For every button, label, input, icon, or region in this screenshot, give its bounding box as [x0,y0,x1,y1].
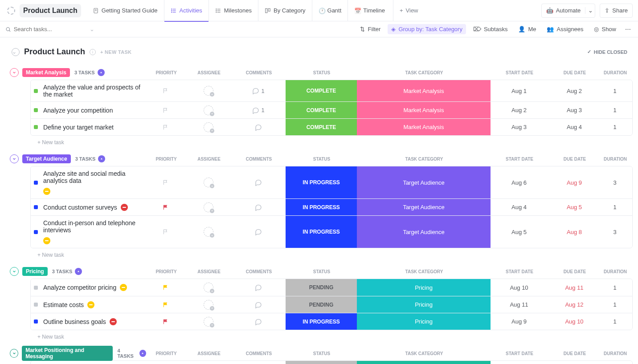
duration-cell[interactable]: 1 [601,102,632,118]
task-row[interactable]: Analyze competitor pricing PENDING Prici… [31,279,632,296]
col-start-date[interactable]: START DATE [491,157,548,162]
status-cell[interactable]: IN PROGRESS [286,216,357,248]
start-date-cell[interactable]: Aug 3 [491,119,548,135]
group-toggle[interactable] [10,349,18,358]
col-comments[interactable]: COMMENTS [232,269,286,274]
group-pill[interactable]: Target Audience [22,154,71,163]
due-date-cell[interactable]: Aug 3 [548,102,601,118]
task-name[interactable]: Outline business goals [41,315,146,329]
info-icon[interactable]: i [90,49,96,55]
priority-cell[interactable] [146,361,186,364]
status-marker[interactable] [31,181,41,185]
duration-cell[interactable]: 3 [601,216,632,248]
tab-by-category[interactable]: By Category [258,0,312,21]
group-pill[interactable]: Market Analysis [22,68,70,77]
add-assignee-icon[interactable] [204,122,213,132]
task-row[interactable]: Estimate costs PENDING Pricing Aug 11 Au… [31,296,632,313]
category-cell[interactable]: Target Audience [357,199,491,215]
status-cell[interactable]: IN PROGRESS [286,313,357,330]
col-due-date[interactable]: DUE DATE [548,269,601,274]
automate-button[interactable]: 🤖 Automate ⌄ [541,4,596,18]
chevron-down-icon[interactable]: ⌄ [90,26,94,32]
chevron-down-icon[interactable]: ⌄ [585,7,593,14]
col-duration[interactable]: DURATION [601,269,633,274]
new-task-header-button[interactable]: + NEW TASK [100,49,131,55]
duration-cell[interactable]: 3 [601,166,632,198]
task-row[interactable]: Complete the messaging framework PENDING… [31,361,632,364]
assignee-cell[interactable] [186,361,231,364]
task-name[interactable]: Analyze your competition [41,103,146,117]
add-assignee-icon[interactable] [204,202,213,212]
status-cell[interactable]: COMPLETE [286,80,357,101]
tab-activities[interactable]: Activities [164,0,209,21]
due-date-cell[interactable]: Aug 2 [548,80,601,101]
col-category[interactable]: TASK CATEGORY [357,351,491,356]
task-name[interactable]: Conduct in-person and telephone intervie… [41,216,146,248]
category-cell[interactable]: Pricing [357,296,491,313]
add-assignee-icon[interactable] [204,283,213,292]
category-cell[interactable]: Market Analysis [357,80,491,101]
assignee-cell[interactable] [186,166,231,198]
hide-closed-button[interactable]: ✓ HIDE CLOSED [587,49,627,55]
col-priority[interactable]: PRIORITY [146,351,186,356]
due-date-cell[interactable]: Aug 8 [548,216,601,248]
add-assignee-icon[interactable] [204,86,213,96]
col-due-date[interactable]: DUE DATE [548,157,601,162]
group-toggle[interactable] [10,154,19,163]
assignee-cell[interactable] [186,216,231,248]
col-start-date[interactable]: START DATE [491,70,548,75]
category-cell[interactable]: Market Analysis [357,119,491,135]
col-category[interactable]: TASK CATEGORY [357,269,491,274]
status-marker[interactable] [31,89,41,93]
category-cell[interactable]: Pricing [357,313,491,330]
due-date-cell[interactable]: Aug 11 [548,279,601,296]
status-marker[interactable] [31,230,41,234]
col-assignee[interactable]: ASSIGNEE [186,70,232,75]
comments-cell[interactable] [231,119,286,135]
me-button[interactable]: 👤Me [515,24,540,34]
due-date-cell[interactable]: Aug 5 [548,199,601,215]
duration-cell[interactable]: 1 [601,361,632,364]
start-date-cell[interactable]: Aug 1 [491,80,548,101]
due-date-cell[interactable]: Aug 10 [548,313,601,330]
task-name[interactable]: Conduct customer surveys [41,200,146,214]
col-priority[interactable]: PRIORITY [146,70,186,75]
due-date-cell[interactable]: Aug 17 [548,361,601,364]
add-assignee-icon[interactable] [204,105,213,115]
col-comments[interactable]: COMMENTS [232,157,286,162]
task-name[interactable]: Analyze site and social media analytics … [41,166,146,198]
comments-cell[interactable] [231,166,286,198]
sort-icon[interactable] [98,155,105,162]
comments-cell[interactable] [231,216,286,248]
category-cell[interactable]: Market Analysis [357,102,491,118]
sort-icon[interactable] [139,350,146,357]
category-cell[interactable]: Market Positioning and Messaging [357,361,491,364]
category-cell[interactable]: Target Audience [357,216,491,248]
add-task-button[interactable]: + New task [5,136,633,146]
tab-milestones[interactable]: Milestones [209,0,258,21]
start-date-cell[interactable]: Aug 10 [491,279,548,296]
col-start-date[interactable]: START DATE [491,269,548,274]
group-pill[interactable]: Pricing [22,267,48,276]
start-date-cell[interactable]: Aug 11 [491,296,548,313]
task-name[interactable]: Define your target market [41,120,146,134]
start-date-cell[interactable]: Aug 6 [491,166,548,198]
comments-cell[interactable] [231,296,286,313]
status-cell[interactable]: IN PROGRESS [286,166,357,198]
comments-cell[interactable]: 1 [231,102,286,118]
add-view-button[interactable]: + View [393,0,425,21]
group-toggle[interactable] [10,267,19,276]
duration-cell[interactable]: 1 [601,296,632,313]
col-priority[interactable]: PRIORITY [146,269,186,274]
tab-getting-started-guide[interactable]: Getting Started Guide [86,0,164,21]
col-assignee[interactable]: ASSIGNEE [186,269,232,274]
col-category[interactable]: TASK CATEGORY [357,157,491,162]
start-date-cell[interactable]: Aug 4 [491,199,548,215]
col-comments[interactable]: COMMENTS [232,351,286,356]
group-by-button[interactable]: ◈Group by: Task Category [388,24,466,34]
priority-cell[interactable] [146,216,186,248]
add-assignee-icon[interactable] [204,227,213,237]
assignee-cell[interactable] [186,119,231,135]
duration-cell[interactable]: 1 [601,80,632,101]
col-comments[interactable]: COMMENTS [232,70,286,75]
